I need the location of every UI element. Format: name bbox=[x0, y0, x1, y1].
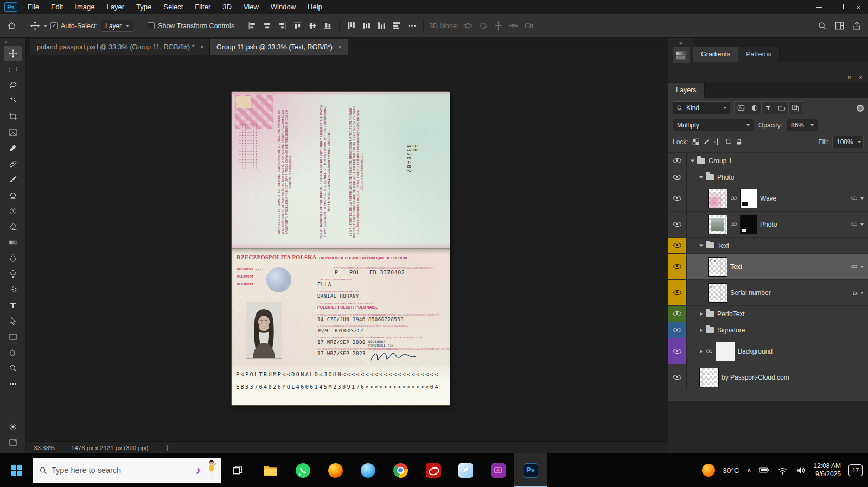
visibility-toggle[interactable] bbox=[668, 280, 687, 305]
search-input[interactable] bbox=[52, 466, 191, 475]
expand-chevron-icon[interactable] bbox=[691, 159, 695, 162]
collapse-dock-icon[interactable]: « bbox=[668, 38, 693, 47]
layer-name[interactable]: Photo bbox=[717, 174, 734, 181]
tab-close-icon[interactable]: × bbox=[338, 43, 342, 51]
blur-tool[interactable] bbox=[4, 250, 22, 266]
layer-row-text-group[interactable]: Text bbox=[668, 238, 868, 254]
path-selection-tool[interactable] bbox=[4, 313, 22, 329]
align-right-edges-icon[interactable] bbox=[276, 20, 288, 32]
layer-name[interactable]: Text bbox=[717, 242, 729, 249]
tab-close-icon[interactable]: × bbox=[200, 43, 204, 51]
task-view-button[interactable] bbox=[221, 453, 254, 487]
layer-name[interactable]: PerfoText bbox=[717, 310, 745, 318]
opacity-value-dropdown[interactable]: 86% bbox=[787, 119, 818, 131]
layer-thumbnail[interactable] bbox=[709, 215, 727, 234]
visibility-toggle[interactable] bbox=[668, 322, 687, 338]
layer-thumbnail[interactable] bbox=[700, 368, 718, 387]
gradient-tool[interactable] bbox=[4, 234, 22, 250]
history-brush-tool[interactable] bbox=[4, 203, 22, 219]
layer-row-group1[interactable]: Group 1 bbox=[668, 153, 868, 169]
expand-chevron-icon[interactable] bbox=[699, 176, 704, 178]
file-explorer-icon[interactable] bbox=[254, 453, 286, 487]
gradients-dock-icon[interactable] bbox=[673, 47, 690, 63]
fill-value-dropdown[interactable]: 100% bbox=[832, 136, 864, 148]
layer-filter-kind-dropdown[interactable]: Kind bbox=[673, 101, 730, 114]
document-tab-1[interactable]: poland passport.psd @ 33.3% (Group 11, R… bbox=[30, 39, 210, 55]
start-button[interactable] bbox=[0, 453, 33, 487]
layer-name[interactable]: Group 1 bbox=[709, 157, 732, 165]
align-bottom-edges-icon[interactable] bbox=[322, 20, 334, 32]
restore-icon[interactable] bbox=[829, 0, 848, 14]
battery-icon[interactable] bbox=[759, 465, 770, 476]
layer-thumbnail[interactable] bbox=[709, 189, 727, 208]
frame-tool[interactable] bbox=[4, 124, 22, 140]
layer-mask-thumbnail[interactable] bbox=[741, 189, 757, 208]
chrome-icon[interactable] bbox=[384, 453, 417, 487]
distribute-top-edges-icon[interactable] bbox=[345, 20, 357, 32]
layer-row-background[interactable]: Background bbox=[668, 338, 868, 364]
toolstrip-more-icon[interactable] bbox=[4, 376, 22, 392]
chevron-down-icon[interactable] bbox=[860, 197, 864, 200]
3d-pan-icon[interactable] bbox=[492, 20, 504, 32]
more-options-icon[interactable] bbox=[406, 20, 418, 32]
align-horizontal-centers-icon[interactable] bbox=[261, 20, 273, 32]
filter-adjustment-layers-icon[interactable] bbox=[748, 101, 762, 114]
media-app-icon[interactable] bbox=[482, 453, 514, 487]
taskbar-search[interactable]: ♪ bbox=[33, 458, 221, 483]
layer-effects-badge[interactable]: fx bbox=[853, 290, 858, 296]
menu-type[interactable]: Type bbox=[130, 0, 157, 14]
screen-mode-icon[interactable] bbox=[4, 434, 22, 450]
visibility-toggle[interactable] bbox=[668, 185, 687, 211]
layer-thumbnail[interactable]: ≋ bbox=[709, 284, 727, 302]
taskbar-clock[interactable]: 12:08 AM 9/6/2025 bbox=[813, 462, 841, 478]
lasso-tool[interactable] bbox=[4, 77, 22, 93]
healing-brush-tool[interactable] bbox=[4, 156, 22, 171]
expand-chevron-icon[interactable] bbox=[699, 244, 704, 247]
tab-gradients[interactable]: Gradients bbox=[693, 47, 738, 62]
collapsed-chevron-icon[interactable] bbox=[700, 328, 703, 332]
3d-roll-icon[interactable] bbox=[477, 20, 489, 32]
align-top-edges-icon[interactable] bbox=[291, 20, 303, 32]
distribute-bottom-edges-icon[interactable] bbox=[375, 20, 387, 32]
move-tool[interactable] bbox=[4, 46, 22, 61]
visibility-toggle[interactable] bbox=[668, 153, 687, 169]
magic-wand-tool[interactable] bbox=[4, 93, 22, 108]
menu-help[interactable]: Help bbox=[302, 0, 328, 14]
chevron-down-icon[interactable] bbox=[860, 223, 864, 226]
dodge-tool[interactable] bbox=[4, 266, 22, 281]
tray-expand-icon[interactable]: ∧ bbox=[747, 466, 752, 474]
menu-layer[interactable]: Layer bbox=[101, 0, 131, 14]
filter-shape-layers-icon[interactable] bbox=[775, 101, 789, 114]
feather-app-icon[interactable] bbox=[449, 453, 482, 487]
distribute-horizontal-icon[interactable] bbox=[391, 20, 403, 32]
lock-all-icon[interactable] bbox=[736, 138, 743, 145]
document-tab-2[interactable]: Group 11.psb @ 33.3% (Text, RGB/8*) × bbox=[210, 39, 348, 55]
lock-position-icon[interactable] bbox=[714, 138, 721, 145]
whale-app-icon[interactable] bbox=[352, 453, 384, 487]
visibility-toggle[interactable] bbox=[668, 212, 687, 237]
layer-name[interactable]: Serial number bbox=[730, 289, 771, 297]
layer-name[interactable]: Wave bbox=[760, 195, 776, 202]
3d-scale-icon[interactable] bbox=[522, 20, 534, 32]
layer-row-photo-group[interactable]: Photo bbox=[668, 169, 868, 185]
move-options-chevron-icon[interactable] bbox=[44, 25, 47, 27]
align-left-edges-icon[interactable] bbox=[246, 20, 258, 32]
visibility-toggle[interactable] bbox=[668, 364, 687, 390]
type-tool[interactable] bbox=[4, 297, 22, 313]
collapsed-chevron-icon[interactable] bbox=[700, 349, 703, 354]
visibility-toggle[interactable] bbox=[668, 306, 687, 322]
chevron-down-icon[interactable] bbox=[860, 266, 864, 268]
rectangular-marquee-tool[interactable] bbox=[4, 61, 22, 77]
layer-name[interactable]: by Passport-Cloud.com bbox=[722, 374, 789, 381]
acrobat-icon[interactable] bbox=[417, 453, 449, 487]
filter-pixel-layers-icon[interactable] bbox=[734, 101, 748, 114]
toolstrip-collapse-icon[interactable]: » bbox=[0, 38, 25, 46]
lock-artboard-icon[interactable] bbox=[725, 138, 732, 145]
layer-row-photo[interactable]: Photo bbox=[668, 212, 868, 238]
tab-patterns[interactable]: Patterns bbox=[738, 47, 780, 62]
blend-mode-dropdown[interactable]: Multiply bbox=[673, 119, 754, 131]
temperature[interactable]: 30°C bbox=[723, 466, 739, 475]
zoom-level[interactable]: 33.33% bbox=[34, 445, 55, 451]
layer-name[interactable]: Background bbox=[738, 348, 773, 355]
layer-name[interactable]: Photo bbox=[760, 221, 777, 228]
